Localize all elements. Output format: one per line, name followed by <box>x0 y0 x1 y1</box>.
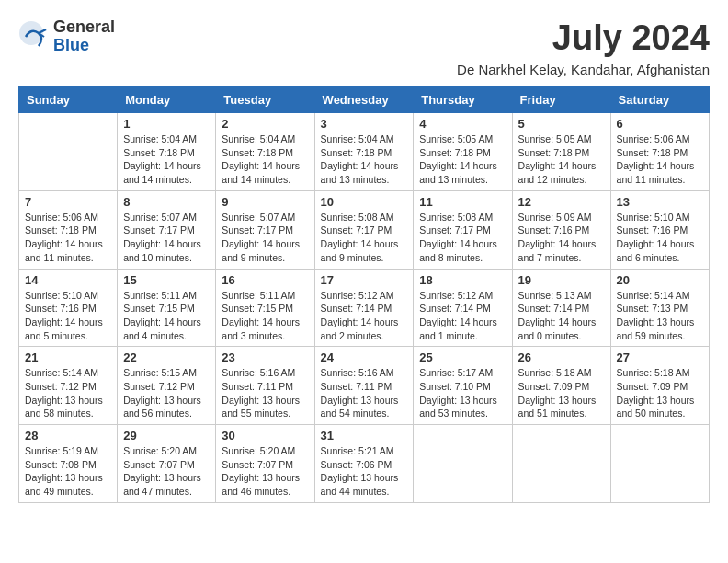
col-header-tuesday: Tuesday <box>216 87 314 113</box>
day-number: 17 <box>321 273 408 287</box>
day-number: 11 <box>419 195 506 209</box>
calendar-cell <box>414 425 512 503</box>
day-detail: Sunrise: 5:18 AM Sunset: 7:09 PM Dayligh… <box>518 366 605 420</box>
calendar-cell: 29Sunrise: 5:20 AM Sunset: 7:07 PM Dayli… <box>118 425 216 503</box>
day-number: 20 <box>617 273 703 287</box>
day-detail: Sunrise: 5:05 AM Sunset: 7:18 PM Dayligh… <box>518 132 605 187</box>
day-detail: Sunrise: 5:15 AM Sunset: 7:12 PM Dayligh… <box>123 366 210 420</box>
calendar-cell: 27Sunrise: 5:18 AM Sunset: 7:09 PM Dayli… <box>610 347 709 425</box>
calendar-cell: 23Sunrise: 5:16 AM Sunset: 7:11 PM Dayli… <box>216 347 314 425</box>
col-header-monday: Monday <box>118 87 216 113</box>
day-detail: Sunrise: 5:05 AM Sunset: 7:18 PM Dayligh… <box>419 132 506 187</box>
location-subtitle: De Narkhel Kelay, Kandahar, Afghanistan <box>18 62 710 77</box>
day-detail: Sunrise: 5:04 AM Sunset: 7:18 PM Dayligh… <box>321 132 408 187</box>
calendar-cell: 3Sunrise: 5:04 AM Sunset: 7:18 PM Daylig… <box>314 113 414 191</box>
calendar-cell: 8Sunrise: 5:07 AM Sunset: 7:17 PM Daylig… <box>118 190 216 269</box>
calendar-cell: 19Sunrise: 5:13 AM Sunset: 7:14 PM Dayli… <box>512 269 610 347</box>
col-header-wednesday: Wednesday <box>314 87 414 113</box>
calendar-cell <box>610 425 709 503</box>
day-number: 10 <box>321 195 408 209</box>
calendar-cell: 20Sunrise: 5:14 AM Sunset: 7:13 PM Dayli… <box>610 269 709 347</box>
calendar-cell: 14Sunrise: 5:10 AM Sunset: 7:16 PM Dayli… <box>19 269 118 347</box>
day-number: 25 <box>419 350 506 364</box>
calendar-cell: 30Sunrise: 5:20 AM Sunset: 7:07 PM Dayli… <box>216 425 314 503</box>
day-number: 31 <box>321 429 408 442</box>
day-detail: Sunrise: 5:16 AM Sunset: 7:11 PM Dayligh… <box>222 366 308 420</box>
col-header-saturday: Saturday <box>610 87 709 113</box>
day-number: 23 <box>222 350 308 364</box>
calendar-cell: 6Sunrise: 5:06 AM Sunset: 7:18 PM Daylig… <box>610 113 709 191</box>
logo-blue: Blue <box>53 37 115 55</box>
day-detail: Sunrise: 5:14 AM Sunset: 7:13 PM Dayligh… <box>617 289 703 343</box>
calendar-cell: 18Sunrise: 5:12 AM Sunset: 7:14 PM Dayli… <box>414 269 512 347</box>
day-number: 1 <box>123 117 210 131</box>
calendar-cell: 4Sunrise: 5:05 AM Sunset: 7:18 PM Daylig… <box>414 113 512 191</box>
calendar-cell: 5Sunrise: 5:05 AM Sunset: 7:18 PM Daylig… <box>512 113 610 191</box>
day-number: 12 <box>518 195 605 209</box>
day-number: 8 <box>123 195 210 209</box>
logo-icon <box>18 20 51 53</box>
day-detail: Sunrise: 5:19 AM Sunset: 7:08 PM Dayligh… <box>25 444 111 499</box>
day-number: 21 <box>25 350 111 364</box>
calendar-cell: 24Sunrise: 5:16 AM Sunset: 7:11 PM Dayli… <box>314 347 414 425</box>
day-detail: Sunrise: 5:09 AM Sunset: 7:16 PM Dayligh… <box>518 211 605 265</box>
day-detail: Sunrise: 5:12 AM Sunset: 7:14 PM Dayligh… <box>321 289 408 343</box>
day-number: 15 <box>123 273 210 287</box>
day-detail: Sunrise: 5:08 AM Sunset: 7:17 PM Dayligh… <box>321 211 408 265</box>
calendar-cell: 12Sunrise: 5:09 AM Sunset: 7:16 PM Dayli… <box>512 190 610 269</box>
calendar-cell: 7Sunrise: 5:06 AM Sunset: 7:18 PM Daylig… <box>19 190 118 269</box>
calendar-cell: 10Sunrise: 5:08 AM Sunset: 7:17 PM Dayli… <box>314 190 414 269</box>
calendar-cell: 26Sunrise: 5:18 AM Sunset: 7:09 PM Dayli… <box>512 347 610 425</box>
calendar-cell: 13Sunrise: 5:10 AM Sunset: 7:16 PM Dayli… <box>610 190 709 269</box>
day-number: 13 <box>617 195 703 209</box>
calendar-cell <box>512 425 610 503</box>
day-number: 30 <box>222 429 308 442</box>
calendar-cell: 22Sunrise: 5:15 AM Sunset: 7:12 PM Dayli… <box>118 347 216 425</box>
day-number: 16 <box>222 273 308 287</box>
day-detail: Sunrise: 5:18 AM Sunset: 7:09 PM Dayligh… <box>617 366 703 420</box>
day-number: 2 <box>222 117 308 131</box>
day-number: 4 <box>419 117 506 131</box>
day-number: 5 <box>518 117 605 131</box>
calendar-cell: 17Sunrise: 5:12 AM Sunset: 7:14 PM Dayli… <box>314 269 414 347</box>
day-detail: Sunrise: 5:11 AM Sunset: 7:15 PM Dayligh… <box>222 289 308 343</box>
day-detail: Sunrise: 5:12 AM Sunset: 7:14 PM Dayligh… <box>419 289 506 343</box>
day-number: 18 <box>419 273 506 287</box>
logo-general: General <box>53 18 115 37</box>
logo: General Blue <box>18 18 115 55</box>
day-number: 27 <box>617 350 703 364</box>
day-detail: Sunrise: 5:13 AM Sunset: 7:14 PM Dayligh… <box>518 289 605 343</box>
day-number: 7 <box>25 195 111 209</box>
day-detail: Sunrise: 5:07 AM Sunset: 7:17 PM Dayligh… <box>222 211 308 265</box>
col-header-sunday: Sunday <box>19 87 118 113</box>
day-detail: Sunrise: 5:17 AM Sunset: 7:10 PM Dayligh… <box>419 366 506 420</box>
day-detail: Sunrise: 5:08 AM Sunset: 7:17 PM Dayligh… <box>419 211 506 265</box>
day-detail: Sunrise: 5:20 AM Sunset: 7:07 PM Dayligh… <box>222 444 308 499</box>
day-detail: Sunrise: 5:14 AM Sunset: 7:12 PM Dayligh… <box>25 366 111 420</box>
calendar-cell: 28Sunrise: 5:19 AM Sunset: 7:08 PM Dayli… <box>19 425 118 503</box>
day-number: 19 <box>518 273 605 287</box>
calendar-cell: 31Sunrise: 5:21 AM Sunset: 7:06 PM Dayli… <box>314 425 414 503</box>
calendar-cell: 9Sunrise: 5:07 AM Sunset: 7:17 PM Daylig… <box>216 190 314 269</box>
day-detail: Sunrise: 5:06 AM Sunset: 7:18 PM Dayligh… <box>25 211 111 265</box>
calendar-cell: 25Sunrise: 5:17 AM Sunset: 7:10 PM Dayli… <box>414 347 512 425</box>
day-number: 29 <box>123 429 210 442</box>
day-number: 26 <box>518 350 605 364</box>
calendar-cell: 11Sunrise: 5:08 AM Sunset: 7:17 PM Dayli… <box>414 190 512 269</box>
day-detail: Sunrise: 5:10 AM Sunset: 7:16 PM Dayligh… <box>617 211 703 265</box>
col-header-friday: Friday <box>512 87 610 113</box>
day-detail: Sunrise: 5:21 AM Sunset: 7:06 PM Dayligh… <box>321 444 408 499</box>
day-number: 28 <box>25 429 111 442</box>
day-number: 24 <box>321 350 408 364</box>
day-detail: Sunrise: 5:10 AM Sunset: 7:16 PM Dayligh… <box>25 289 111 343</box>
day-detail: Sunrise: 5:06 AM Sunset: 7:18 PM Dayligh… <box>617 132 703 187</box>
day-detail: Sunrise: 5:20 AM Sunset: 7:07 PM Dayligh… <box>123 444 210 499</box>
calendar-cell: 1Sunrise: 5:04 AM Sunset: 7:18 PM Daylig… <box>118 113 216 191</box>
day-number: 22 <box>123 350 210 364</box>
col-header-thursday: Thursday <box>414 87 512 113</box>
day-number: 6 <box>617 117 703 131</box>
day-detail: Sunrise: 5:07 AM Sunset: 7:17 PM Dayligh… <box>123 211 210 265</box>
calendar-cell <box>19 113 118 191</box>
day-detail: Sunrise: 5:16 AM Sunset: 7:11 PM Dayligh… <box>321 366 408 420</box>
day-detail: Sunrise: 5:11 AM Sunset: 7:15 PM Dayligh… <box>123 289 210 343</box>
